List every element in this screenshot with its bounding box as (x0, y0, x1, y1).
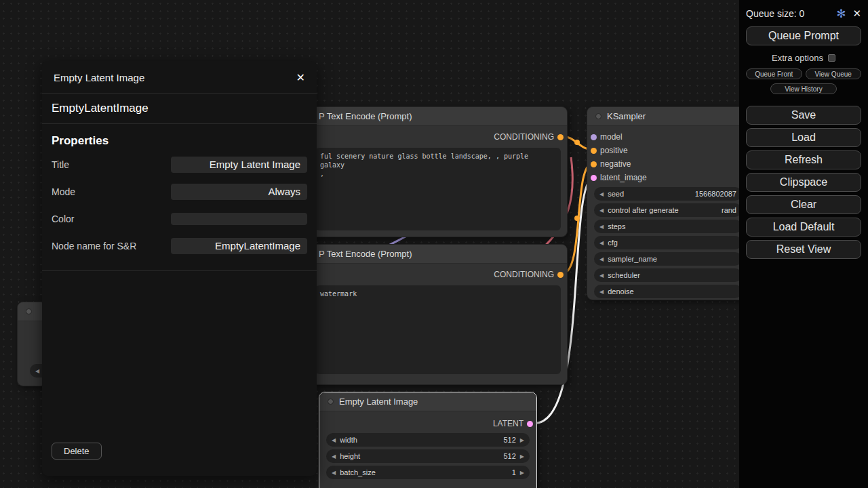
steps-widget[interactable]: ◀ steps (594, 220, 742, 233)
node-graph-canvas[interactable]: ◀ P Text Encode (Prompt) CONDITIONING fu… (0, 0, 868, 488)
input-slot-latent-image[interactable]: latent_image (587, 171, 749, 184)
ksampler-node[interactable]: KSampler model positive negative latent_… (587, 106, 749, 300)
slot-label: model (600, 132, 623, 142)
input-slot-negative[interactable]: negative (587, 157, 749, 171)
slot-label: LATENT (493, 419, 524, 428)
property-label: Title (52, 159, 171, 170)
dialog-header[interactable]: Empty Latent Image ✕ (42, 61, 317, 94)
increment-icon[interactable]: ▶ (520, 470, 524, 476)
node-title: P Text Encode (Prompt) (319, 111, 412, 121)
decrement-icon[interactable]: ◀ (332, 453, 336, 460)
extra-options-checkbox[interactable] (828, 54, 835, 62)
properties-section-title: Properties (42, 124, 317, 151)
delete-node-button[interactable]: Delete (52, 443, 102, 460)
view-queue-button[interactable]: View Queue (806, 68, 862, 79)
widget-label: height (340, 452, 360, 460)
divider (42, 270, 317, 271)
close-icon[interactable]: ✕ (296, 71, 305, 84)
node-properties-dialog: Empty Latent Image ✕ EmptyLatentImage Pr… (42, 61, 317, 476)
reset-view-button[interactable]: Reset View (746, 240, 861, 259)
widget-label: cfg (608, 239, 618, 247)
slot-label: negative (600, 159, 631, 169)
widget-label: denoise (608, 287, 634, 296)
collapse-dot-icon[interactable] (26, 308, 32, 314)
clipspace-button[interactable]: Clipspace (746, 173, 861, 192)
input-slot-model[interactable]: model (587, 130, 749, 144)
input-slot-positive[interactable]: positive (587, 144, 749, 157)
conditioning-port-icon[interactable] (591, 148, 597, 154)
latent-port-icon[interactable] (527, 421, 533, 427)
scheduler-widget[interactable]: ◀ scheduler (594, 268, 742, 282)
denoise-widget[interactable]: ◀ denoise (594, 285, 742, 298)
empty-latent-image-node[interactable]: Empty Latent Image LATENT ◀ width 512 ▶ … (319, 392, 537, 488)
seed-widget[interactable]: ◀ seed 1566802087 (594, 187, 742, 201)
sampler-name-widget[interactable]: ◀ sampler_name (594, 252, 742, 266)
batch-size-widget[interactable]: ◀ batch_size 1 ▶ (326, 466, 530, 479)
close-menu-icon[interactable]: ✕ (852, 7, 861, 20)
load-default-button[interactable]: Load Default (746, 218, 861, 237)
property-row-color: Color (42, 205, 317, 232)
conditioning-port-icon[interactable] (591, 161, 597, 167)
link-midpoint-dot[interactable] (574, 140, 580, 145)
clear-button[interactable]: Clear (746, 195, 861, 214)
node-title-bar[interactable]: Empty Latent Image (319, 392, 536, 411)
widget-label: sampler_name (608, 255, 657, 263)
clip-text-encode-node-negative[interactable]: P Text Encode (Prompt) CONDITIONING wate… (309, 244, 568, 385)
property-label: Mode (52, 186, 171, 197)
prompt-text-widget[interactable]: ful scenery nature glass bottle landscap… (315, 148, 561, 230)
output-slot-conditioning[interactable]: CONDITIONING (309, 130, 567, 144)
node-title-bar[interactable]: KSampler (587, 107, 749, 126)
prompt-text-widget[interactable]: watermark (315, 285, 561, 374)
dialog-title: Empty Latent Image (54, 72, 144, 83)
view-history-button[interactable]: View History (770, 83, 837, 94)
collapse-dot-icon[interactable] (328, 399, 334, 405)
decrement-icon[interactable]: ◀ (599, 224, 604, 230)
increment-icon[interactable]: ▶ (520, 437, 524, 443)
widget-value: 512 (503, 436, 515, 444)
decrement-icon[interactable]: ◀ (332, 437, 336, 443)
node-name-field[interactable]: EmptyLatentImage (171, 238, 307, 254)
save-button[interactable]: Save (746, 106, 861, 125)
mode-field[interactable]: Always (171, 184, 307, 200)
queue-prompt-button[interactable]: Queue Prompt (746, 26, 861, 45)
clip-text-encode-node-positive[interactable]: P Text Encode (Prompt) CONDITIONING ful … (309, 106, 568, 237)
node-title-bar[interactable]: P Text Encode (Prompt) (309, 107, 567, 126)
decrement-icon[interactable]: ◀ (599, 272, 604, 279)
conditioning-port-icon[interactable] (557, 134, 564, 140)
node-title: KSampler (607, 111, 646, 121)
property-label: Node name for S&R (52, 241, 171, 251)
decrement-icon[interactable]: ◀ (35, 368, 39, 374)
output-slot-conditioning[interactable]: CONDITIONING (309, 268, 567, 281)
widget-label: seed (608, 190, 624, 198)
settings-gear-icon[interactable]: ✻ (836, 7, 846, 21)
link-midpoint-dot[interactable] (574, 216, 580, 221)
queue-front-button[interactable]: Queue Front (746, 68, 802, 79)
color-field[interactable] (171, 213, 307, 225)
decrement-icon[interactable]: ◀ (599, 240, 604, 246)
decrement-icon[interactable]: ◀ (599, 256, 604, 262)
decrement-icon[interactable]: ◀ (599, 289, 604, 295)
load-button[interactable]: Load (746, 128, 861, 147)
decrement-icon[interactable]: ◀ (599, 191, 604, 197)
cfg-widget[interactable]: ◀ cfg (594, 236, 742, 249)
node-type-name: EmptyLatentImage (42, 94, 317, 124)
latent-port-icon[interactable] (591, 175, 597, 181)
slot-label: latent_image (600, 173, 647, 182)
widget-label: steps (608, 222, 625, 230)
decrement-icon[interactable]: ◀ (332, 470, 336, 476)
model-port-icon[interactable] (591, 134, 597, 140)
height-widget[interactable]: ◀ height 512 ▶ (326, 449, 530, 463)
output-slot-latent[interactable]: LATENT (319, 417, 536, 430)
decrement-icon[interactable]: ◀ (599, 207, 604, 214)
refresh-button[interactable]: Refresh (746, 150, 861, 169)
title-field[interactable]: Empty Latent Image (171, 157, 307, 173)
collapse-dot-icon[interactable] (595, 113, 601, 119)
widget-label: scheduler (608, 271, 640, 279)
control-after-generate-widget[interactable]: ◀ control after generate rand (594, 203, 742, 217)
conditioning-port-icon[interactable] (557, 272, 564, 278)
property-row-title: Title Empty Latent Image (42, 151, 317, 178)
width-widget[interactable]: ◀ width 512 ▶ (326, 433, 530, 447)
increment-icon[interactable]: ▶ (520, 453, 524, 460)
widget-label: width (340, 436, 357, 444)
node-title-bar[interactable]: P Text Encode (Prompt) (309, 245, 567, 264)
